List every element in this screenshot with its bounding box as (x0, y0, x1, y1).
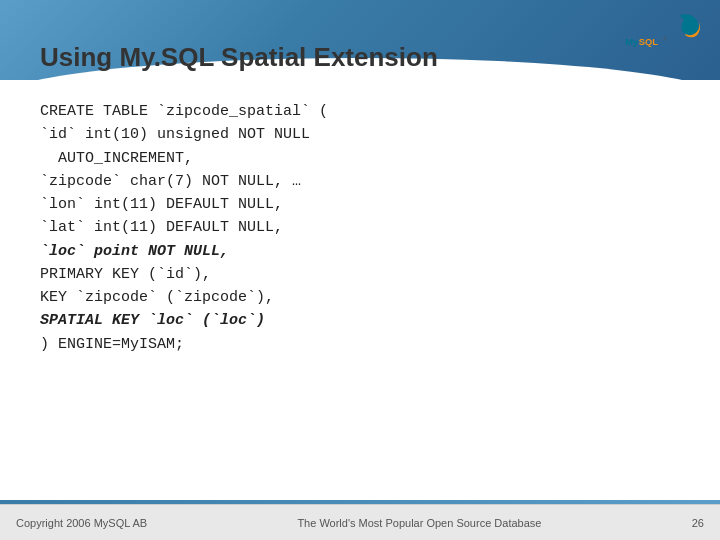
code-line: `zipcode` char(7) NOT NULL, … (40, 170, 680, 193)
code-line: PRIMARY KEY (`id`), (40, 263, 680, 286)
code-line: CREATE TABLE `zipcode_spatial` ( (40, 100, 680, 123)
code-line: `lon` int(11) DEFAULT NULL, (40, 193, 680, 216)
slide-title: Using My.SQL Spatial Extension (40, 42, 610, 73)
footer: Copyright 2006 MySQL AB The World's Most… (0, 504, 720, 540)
code-line: SPATIAL KEY `loc` (`loc`) (40, 309, 680, 332)
code-line: `lat` int(11) DEFAULT NULL, (40, 216, 680, 239)
mysql-logo: My SQL ® (622, 8, 702, 60)
code-area: CREATE TABLE `zipcode_spatial` (`id` int… (40, 100, 680, 490)
code-line: `loc` point NOT NULL, (40, 240, 680, 263)
code-line: KEY `zipcode` (`zipcode`), (40, 286, 680, 309)
code-line: AUTO_INCREMENT, (40, 147, 680, 170)
footer-copyright: Copyright 2006 MySQL AB (16, 517, 147, 529)
svg-text:®: ® (663, 36, 667, 42)
footer-tagline: The World's Most Popular Open Source Dat… (297, 517, 541, 529)
code-line: ) ENGINE=MyISAM; (40, 333, 680, 356)
svg-text:My: My (625, 37, 639, 47)
code-line: `id` int(10) unsigned NOT NULL (40, 123, 680, 146)
footer-page: 26 (692, 517, 704, 529)
svg-text:SQL: SQL (639, 37, 658, 47)
